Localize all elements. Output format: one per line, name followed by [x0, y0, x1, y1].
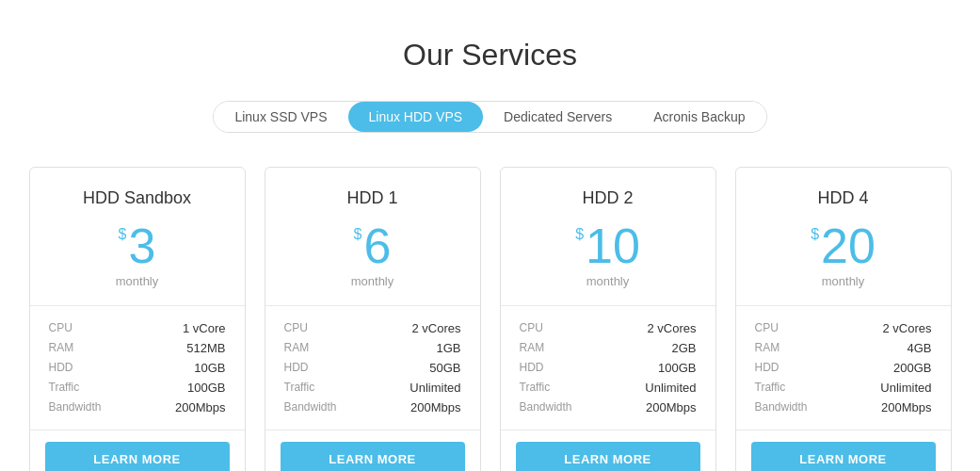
tab-linux-ssd-vps[interactable]: Linux SSD VPS	[214, 102, 347, 132]
spec-row: TrafficUnlimited	[284, 381, 461, 395]
spec-value: 200Mbps	[646, 400, 696, 414]
spec-label: Bandwidth	[520, 400, 572, 414]
spec-row: TrafficUnlimited	[755, 381, 932, 395]
spec-label: RAM	[284, 341, 310, 355]
spec-label: HDD	[755, 361, 779, 375]
spec-value: 2 vCores	[882, 321, 931, 335]
spec-label: CPU	[755, 321, 779, 335]
price-dollar-hdd-1: $	[354, 227, 362, 242]
spec-value: 50GB	[429, 361, 460, 375]
learn-more-button-hdd-2[interactable]: LEARN MORE	[516, 442, 700, 471]
spec-row: CPU2 vCores	[284, 321, 461, 335]
card-hdd-2: HDD 2$10monthlyCPU2 vCoresRAM2GBHDD100GB…	[500, 167, 716, 471]
spec-row: CPU1 vCore	[49, 321, 226, 335]
spec-label: Traffic	[284, 381, 315, 395]
card-hdd-4: HDD 4$20monthlyCPU2 vCoresRAM4GBHDD200GB…	[735, 167, 952, 471]
price-amount-hdd-2: 10	[586, 221, 640, 270]
card-hdd-1: HDD 1$6monthlyCPU2 vCoresRAM1GBHDD50GBTr…	[265, 167, 481, 471]
spec-value: 512MB	[186, 341, 225, 355]
spec-row: HDD200GB	[755, 361, 932, 375]
learn-more-button-hdd-1[interactable]: LEARN MORE	[281, 442, 465, 471]
card-footer-hdd-sandbox: LEARN MORE	[30, 430, 245, 471]
spec-value: Unlimited	[410, 381, 460, 395]
price-period-hdd-2: monthly	[510, 274, 706, 288]
tabs-row: Linux SSD VPSLinux HDD VPSDedicated Serv…	[213, 101, 766, 133]
learn-more-button-hdd-sandbox[interactable]: LEARN MORE	[45, 442, 230, 471]
learn-more-button-hdd-4[interactable]: LEARN MORE	[751, 442, 936, 471]
price-amount-hdd-4: 20	[821, 221, 876, 270]
spec-row: Traffic100GB	[49, 381, 226, 395]
spec-row: Bandwidth200Mbps	[284, 400, 461, 414]
spec-label: RAM	[755, 341, 780, 355]
price-row-hdd-2: $10	[510, 221, 706, 270]
spec-row: CPU2 vCores	[755, 321, 932, 335]
spec-value: 100GB	[658, 361, 696, 375]
price-dollar-hdd-2: $	[575, 227, 584, 242]
card-footer-hdd-2: LEARN MORE	[501, 430, 715, 471]
spec-row: Bandwidth200Mbps	[49, 400, 226, 414]
spec-row: RAM1GB	[284, 341, 461, 355]
spec-value: 200Mbps	[410, 400, 460, 414]
card-specs-hdd-sandbox: CPU1 vCoreRAM512MBHDD10GBTraffic100GBBan…	[30, 306, 245, 430]
spec-value: 1GB	[436, 341, 460, 355]
price-period-hdd-1: monthly	[275, 274, 471, 288]
spec-value: 200Mbps	[881, 400, 931, 414]
spec-label: HDD	[520, 361, 544, 375]
card-hdd-sandbox: HDD Sandbox$3monthlyCPU1 vCoreRAM512MBHD…	[29, 167, 246, 471]
price-amount-hdd-1: 6	[363, 221, 391, 270]
spec-value: 2 vCores	[647, 321, 696, 335]
card-specs-hdd-4: CPU2 vCoresRAM4GBHDD200GBTrafficUnlimite…	[736, 306, 951, 430]
spec-row: RAM512MB	[49, 341, 226, 355]
spec-value: 1 vCore	[183, 321, 226, 335]
spec-label: Traffic	[520, 381, 551, 395]
spec-label: HDD	[284, 361, 309, 375]
card-specs-hdd-1: CPU2 vCoresRAM1GBHDD50GBTrafficUnlimited…	[265, 306, 480, 430]
spec-label: Traffic	[755, 381, 786, 395]
price-row-hdd-1: $6	[275, 221, 471, 270]
card-specs-hdd-2: CPU2 vCoresRAM2GBHDD100GBTrafficUnlimite…	[501, 306, 715, 430]
price-row-hdd-sandbox: $3	[40, 221, 235, 270]
card-name-hdd-sandbox: HDD Sandbox	[40, 188, 235, 208]
spec-value: 10GB	[194, 361, 225, 375]
spec-label: HDD	[49, 361, 73, 375]
spec-row: RAM2GB	[520, 341, 697, 355]
card-header-hdd-4: HDD 4$20monthly	[736, 168, 951, 306]
spec-label: RAM	[49, 341, 74, 355]
spec-label: Traffic	[49, 381, 80, 395]
spec-row: RAM4GB	[755, 341, 932, 355]
spec-value: Unlimited	[880, 381, 931, 395]
spec-row: HDD100GB	[520, 361, 697, 375]
card-name-hdd-1: HDD 1	[275, 188, 471, 208]
card-name-hdd-2: HDD 2	[510, 188, 706, 208]
spec-row: HDD50GB	[284, 361, 461, 375]
spec-value: 100GB	[187, 381, 225, 395]
price-amount-hdd-sandbox: 3	[128, 221, 155, 270]
card-header-hdd-1: HDD 1$6monthly	[265, 168, 480, 306]
tab-acronis-backup[interactable]: Acronis Backup	[633, 102, 765, 132]
spec-label: Bandwidth	[49, 400, 102, 414]
spec-value: 200Mbps	[175, 400, 225, 414]
tab-linux-hdd-vps[interactable]: Linux HDD VPS	[348, 102, 484, 132]
spec-value: 4GB	[907, 341, 931, 355]
spec-row: Bandwidth200Mbps	[755, 400, 932, 414]
spec-label: CPU	[520, 321, 543, 335]
price-period-hdd-sandbox: monthly	[40, 274, 235, 288]
card-header-hdd-sandbox: HDD Sandbox$3monthly	[30, 168, 245, 306]
tab-dedicated-servers[interactable]: Dedicated Servers	[483, 102, 633, 132]
spec-value: Unlimited	[645, 381, 696, 395]
spec-value: 2 vCores	[411, 321, 460, 335]
price-dollar-hdd-sandbox: $	[119, 227, 127, 242]
card-footer-hdd-1: LEARN MORE	[265, 430, 480, 471]
card-header-hdd-2: HDD 2$10monthly	[501, 168, 715, 306]
price-period-hdd-4: monthly	[746, 274, 941, 288]
card-footer-hdd-4: LEARN MORE	[736, 430, 951, 471]
cards-row: HDD Sandbox$3monthlyCPU1 vCoreRAM512MBHD…	[29, 167, 952, 471]
price-dollar-hdd-4: $	[811, 227, 819, 242]
spec-row: HDD10GB	[49, 361, 226, 375]
spec-row: CPU2 vCores	[520, 321, 697, 335]
card-name-hdd-4: HDD 4	[746, 188, 941, 208]
spec-label: RAM	[520, 341, 545, 355]
spec-label: Bandwidth	[755, 400, 808, 414]
spec-value: 200GB	[893, 361, 931, 375]
spec-row: Bandwidth200Mbps	[520, 400, 697, 414]
